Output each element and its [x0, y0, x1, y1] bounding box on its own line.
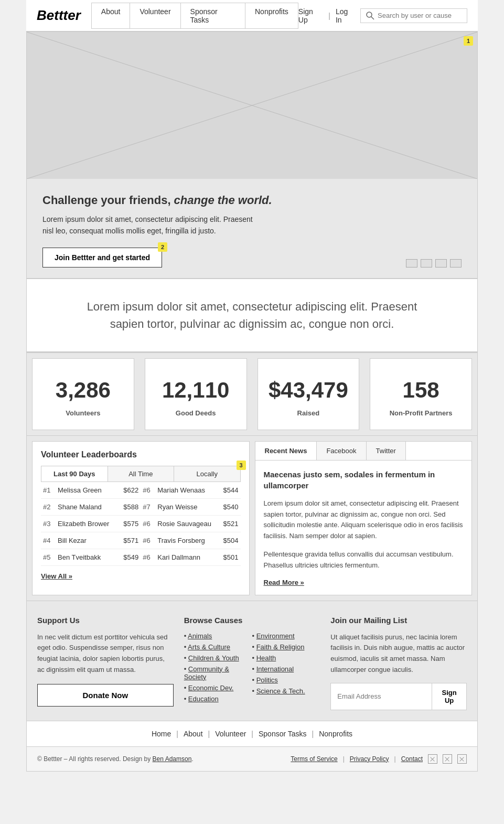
pipe: | [343, 755, 345, 763]
mailing-signup-button[interactable]: Sign Up [432, 683, 467, 710]
nav-sponsor-tasks[interactable]: Sponsor Tasks [181, 3, 245, 29]
search-input[interactable] [378, 12, 462, 19]
cause-economic[interactable]: Economic Dev. [188, 684, 233, 692]
signup-link[interactable]: Sign Up [298, 7, 323, 24]
dot-2[interactable] [421, 259, 432, 267]
stat-volunteers: 3,286 Volunteers [32, 358, 134, 430]
stat-label-volunteers: Volunteers [43, 409, 123, 417]
social-icon-1[interactable] [428, 754, 437, 764]
pipe: | [312, 730, 314, 738]
table-row: #6 Travis Forsberg $504 [141, 532, 240, 549]
list-item: Science & Tech. [252, 687, 320, 695]
dot-3[interactable] [435, 259, 447, 267]
table-row: #7 Ryan Weisse $540 [141, 498, 240, 515]
bottom-bar-right: Terms of Service | Privacy Policy | Cont… [291, 754, 467, 764]
navbar: Bettter About Volunteer Sponsor Tasks No… [26, 0, 478, 31]
hero-cta-button[interactable]: Join Bettter and get started [42, 248, 162, 267]
rank: #4 [41, 532, 56, 549]
list-item: Community & Society [184, 665, 252, 681]
name: Ben Tveitbakk [56, 549, 119, 565]
dot-4[interactable] [450, 259, 462, 267]
list-item: Arts & Culture [184, 643, 252, 651]
terms-link[interactable]: Terms of Service [291, 755, 337, 763]
amount: $540 [219, 498, 241, 515]
nav-about[interactable]: About [91, 3, 131, 29]
social-icon-3[interactable] [457, 754, 467, 764]
table-row: #5 Ben Tveitbakk $549 [41, 549, 141, 565]
cause-education[interactable]: Education [188, 695, 219, 703]
footer-nav: Home | About | Volunteer | Sponsor Tasks… [26, 721, 478, 747]
stat-label-partners: Non-Profit Partners [381, 409, 461, 417]
cause-animals[interactable]: Animals [188, 632, 212, 640]
nav-nonprofits[interactable]: Nonprofits [245, 3, 298, 29]
cause-environment[interactable]: Environment [256, 632, 295, 640]
divider: | [328, 12, 330, 20]
contact-link[interactable]: Contact [401, 755, 423, 763]
table-row: #6 Kari Dallmann $501 [141, 549, 240, 565]
footer-nav-sponsor[interactable]: Sponsor Tasks [259, 730, 307, 738]
cause-politics[interactable]: Politics [256, 676, 278, 684]
cause-list-right: Environment Faith & Religion Health Inte… [252, 632, 320, 706]
social-icon-2[interactable] [443, 754, 452, 764]
list-item: Education [184, 695, 252, 703]
cause-arts[interactable]: Arts & Culture [188, 643, 230, 651]
hero-cta-wrap: Join Bettter and get started 2 [42, 248, 162, 267]
cause-faith[interactable]: Faith & Religion [256, 643, 305, 651]
nav-volunteer[interactable]: Volunteer [130, 3, 180, 29]
news-body-2: Pellentesque gravida tellus convallis du… [264, 549, 464, 571]
lb-tab-locally[interactable]: Locally [174, 466, 240, 481]
news-tabs: Recent News Facebook Twitter [255, 442, 472, 461]
list-item: International [252, 665, 320, 673]
login-link[interactable]: Log In [336, 7, 355, 24]
name: Elizabeth Brower [56, 515, 119, 532]
dot-1[interactable] [406, 259, 417, 267]
cause-international[interactable]: International [256, 665, 294, 673]
navbar-actions: Sign Up | Log In [298, 7, 467, 24]
news-tab-recent[interactable]: Recent News [255, 442, 317, 460]
footer-nav-home[interactable]: Home [152, 730, 171, 738]
mailing-text: Ut aliquet facilisis purus, nec lacinia … [330, 632, 467, 676]
tagline-text: Lorem ipsum dolor sit amet, consectetur … [74, 298, 431, 333]
donate-button[interactable]: Donate Now [37, 684, 174, 707]
name: Ryan Weisse [155, 498, 219, 515]
news-body-1: Lorem ipsum dolor sit amet, consectetur … [264, 498, 464, 542]
copyright-label: © Bettter – All rights reserved. Design … [37, 755, 153, 763]
browse-causes-title: Browse Causes [184, 616, 320, 625]
leaderboard-title: Volunteer Leaderboards [41, 450, 241, 459]
designer-link[interactable]: Ben Adamson [153, 755, 192, 763]
name: Travis Forsberg [155, 532, 219, 549]
lb-tab-alltime[interactable]: All Time [108, 466, 175, 481]
view-all-link[interactable]: View All » [41, 572, 72, 580]
email-field[interactable] [330, 683, 432, 710]
badge-1: 1 [464, 36, 473, 46]
cause-health[interactable]: Health [256, 654, 276, 662]
news-tab-facebook[interactable]: Facebook [317, 442, 366, 460]
copyright-text: © Bettter – All rights reserved. Design … [37, 755, 194, 763]
stat-good-deeds: 12,110 Good Deeds [145, 358, 247, 430]
footer-nav-about[interactable]: About [184, 730, 203, 738]
footer-nav-nonprofits[interactable]: Nonprofits [319, 730, 352, 738]
table-row: #6 Rosie Sauvageau $521 [141, 515, 240, 532]
rank: #5 [41, 549, 56, 565]
read-more-link[interactable]: Read More » [264, 579, 304, 586]
rank: #6 [141, 482, 155, 499]
cause-community[interactable]: Community & Society [184, 665, 229, 681]
mailing-form: Sign Up [330, 683, 467, 710]
cause-children[interactable]: Children & Youth [188, 654, 239, 662]
pipe: | [394, 755, 396, 763]
list-item: Animals [184, 632, 252, 640]
list-item: Children & Youth [184, 654, 252, 662]
footer-nav-volunteer[interactable]: Volunteer [215, 730, 246, 738]
lb-tab-last90[interactable]: Last 90 Days [41, 466, 108, 481]
support-us-title: Support Us [37, 616, 174, 625]
leaderboard-tabs: Last 90 Days All Time Locally [41, 466, 241, 482]
badge-3: 3 [237, 461, 246, 470]
name: Rosie Sauvageau [155, 515, 219, 532]
privacy-link[interactable]: Privacy Policy [350, 755, 389, 763]
news-tab-twitter[interactable]: Twitter [367, 442, 406, 460]
amount: $504 [219, 532, 241, 549]
rank: #1 [41, 482, 56, 499]
list-item: Politics [252, 676, 320, 684]
amount: $575 [119, 515, 141, 532]
cause-science[interactable]: Science & Tech. [256, 687, 305, 695]
